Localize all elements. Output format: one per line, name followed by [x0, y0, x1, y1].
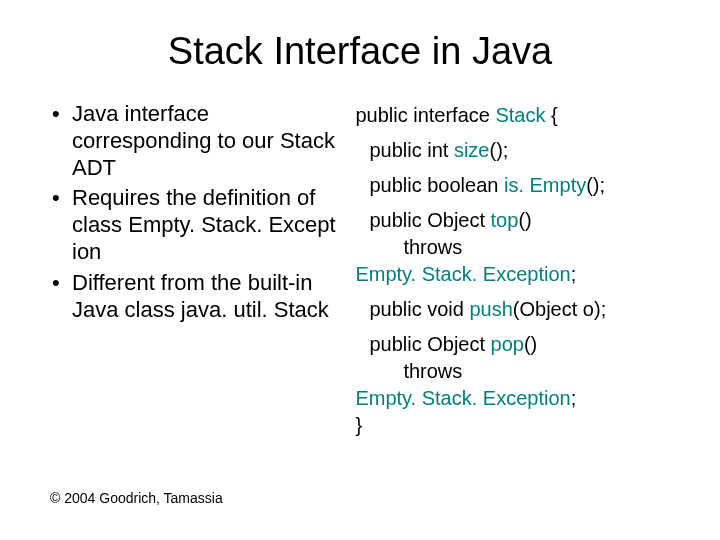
code-text: ()	[518, 209, 531, 231]
code-text: public void	[369, 298, 469, 320]
copyright-footer: © 2004 Goodrich, Tamassia	[50, 490, 223, 506]
code-text: public Object	[369, 209, 490, 231]
code-text: public interface	[355, 104, 495, 126]
code-identifier: Empty. Stack. Exception	[355, 387, 570, 409]
bullet-item: Requires the definition of class Empty. …	[68, 185, 341, 265]
code-line: public boolean is. Empty();	[355, 173, 670, 198]
code-identifier: top	[491, 209, 519, 231]
code-line: public Object pop()	[355, 332, 670, 357]
class-name: java. util. Stack	[181, 297, 329, 322]
bullet-text: Java interface corresponding to our Stac…	[72, 101, 335, 180]
code-line: public interface Stack {	[355, 103, 670, 128]
code-identifier: push	[469, 298, 512, 320]
code-text: (Object o);	[513, 298, 606, 320]
left-column: Java interface corresponding to our Stac…	[50, 101, 341, 438]
code-line: public int size();	[355, 138, 670, 163]
code-text: ;	[571, 387, 577, 409]
content-columns: Java interface corresponding to our Stac…	[50, 101, 670, 438]
code-identifier: is. Empty	[504, 174, 586, 196]
code-text: ;	[571, 263, 577, 285]
code-text: ();	[586, 174, 605, 196]
code-line: Empty. Stack. Exception;	[355, 386, 670, 411]
code-identifier: size	[454, 139, 490, 161]
code-text: public int	[369, 139, 454, 161]
code-text: ();	[489, 139, 508, 161]
code-text: ()	[524, 333, 537, 355]
code-line: }	[355, 413, 670, 438]
code-line: Empty. Stack. Exception;	[355, 262, 670, 287]
code-text: {	[546, 104, 558, 126]
code-text: public boolean	[369, 174, 504, 196]
code-line: public Object top()	[355, 208, 670, 233]
right-column-code: public interface Stack { public int size…	[355, 101, 670, 438]
slide: Stack Interface in Java Java interface c…	[0, 0, 720, 540]
bullet-list: Java interface corresponding to our Stac…	[50, 101, 341, 324]
slide-title: Stack Interface in Java	[50, 30, 670, 73]
code-identifier: Empty. Stack. Exception	[355, 263, 570, 285]
code-line: throws	[355, 359, 670, 384]
code-line: public void push(Object o);	[355, 297, 670, 322]
code-identifier: pop	[491, 333, 524, 355]
code-identifier: Stack	[495, 104, 545, 126]
bullet-item: Different from the built-in Java class j…	[68, 270, 341, 324]
code-text: public Object	[369, 333, 490, 355]
bullet-item: Java interface corresponding to our Stac…	[68, 101, 341, 181]
code-line: throws	[355, 235, 670, 260]
